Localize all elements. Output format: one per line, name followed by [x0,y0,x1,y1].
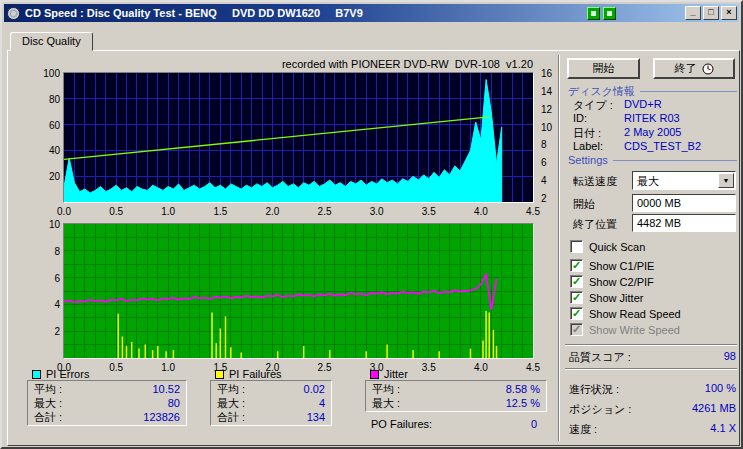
exit-button[interactable]: 終了 [653,58,735,79]
stat-label: 最大 : [34,396,62,410]
stat-label: 合計 : [34,410,62,424]
axis-tick-label: 0.5 [101,206,131,217]
axis-tick-label: 4.0 [466,206,496,217]
axis-tick-label: 1.5 [205,362,235,373]
speed-select[interactable]: 最大 ▼ [632,171,736,190]
axis-tick-label: 3.0 [362,206,392,217]
close-button[interactable]: × [721,6,737,20]
stat-label: 最大 : [372,396,400,410]
axis-tick-label: 6 [26,273,60,284]
axis-tick-label: 14 [541,86,565,97]
checkbox-show-read-speed[interactable]: ✓ Show Read Speed [570,307,681,320]
axis-tick-label: 3.0 [362,362,392,373]
stat-value: 10.52 [152,382,180,396]
po-failures-row: PO Failures: 0 [371,418,537,430]
pi-errors-chart-plot [63,72,534,203]
green-chart-icon[interactable] [603,7,616,20]
chevron-down-icon[interactable]: ▼ [718,173,734,188]
start-button[interactable]: 開始 [567,58,640,79]
pi-failures-statbox: 平均 :0.02 最大 :4 合計 :134 [210,380,332,426]
axis-tick-label: 6 [541,157,565,168]
stat-value: 134 [307,410,325,424]
axis-tick-label: 2.5 [310,206,340,217]
checkbox-box[interactable]: ✓ [570,291,583,304]
axis-tick-label: 12 [541,104,565,115]
axis-tick-label: 2 [26,326,60,337]
checkbox-show-jitter[interactable]: ✓ Show Jitter [570,291,643,304]
speed-label: 速度 : [569,422,597,437]
axis-tick-label: 0.5 [101,362,131,373]
axis-tick-label: 8 [26,246,60,257]
separator [565,344,737,346]
axis-tick-label: 16 [541,68,565,79]
minimize-button[interactable]: _ [685,6,701,20]
stat-value: 12.5 % [506,396,540,410]
stat-value: 0.02 [304,382,325,396]
axis-tick-label: 2 [541,193,565,204]
checkbox-box[interactable]: ✓ [570,275,583,288]
speed-select-label: 転送速度 [573,174,617,189]
checkbox-label: Show Read Speed [589,308,681,320]
pi-errors-statbox: 平均 :10.52 最大 :80 合計 :123826 [27,380,187,426]
checkbox-box[interactable]: ✓ [570,259,583,272]
start-position-input[interactable]: 0000 MB [632,194,736,212]
checkbox-box[interactable] [570,240,583,253]
progress-label: 進行状況 : [569,382,619,397]
axis-tick-label: 8 [541,139,565,150]
titlebar[interactable]: CD Speed : Disc Quality Test - BENQ DVD … [4,4,739,22]
axis-tick-label: 100 [26,68,60,79]
quality-score-value: 98 [724,350,736,365]
exit-button-label: 終了 [675,61,697,76]
disc-info-section-header: ディスク情報 [568,84,737,99]
axis-tick-label: 2.0 [257,362,287,373]
axis-tick-label: 4 [26,299,60,310]
axis-tick-label: 80 [26,94,60,105]
end-position-label: 終了位置 [573,217,617,232]
tab-disc-quality[interactable]: Disc Quality [10,32,93,51]
axis-tick-label: 1.0 [153,362,183,373]
checkbox-show-c1-pie[interactable]: ✓ Show C1/PIE [570,259,654,272]
maximize-button[interactable]: □ [703,6,719,20]
stat-value: 4 [319,396,325,410]
progress-row: 進行状況 : 100 % [569,382,736,397]
stat-value: 80 [168,396,180,410]
stat-label: 最大 : [217,396,245,410]
checkbox-show-c2-pif[interactable]: ✓ Show C2/PIF [570,275,654,288]
axis-tick-label: 20 [26,171,60,182]
stat-value: 8.58 % [506,382,540,396]
green-disc-icon[interactable] [587,7,600,20]
axis-tick-label: 4.5 [518,362,548,373]
checkbox-label: Show C1/PIE [589,260,654,272]
axis-tick-label: 10 [26,219,60,230]
disc-info-row-date: 日付 :2 May 2005 [573,126,736,141]
axis-tick-label: 2.5 [310,362,340,373]
checkbox-label: Show C2/PIF [589,276,654,288]
axis-tick-label: 10 [541,122,565,133]
axis-tick-label: 4.0 [466,362,496,373]
axis-tick-label: 4.5 [518,206,548,217]
speed-row: 速度 : 4.1 X [569,422,736,437]
axis-tick-label: 3.5 [414,362,444,373]
axis-tick-label: 1.5 [205,206,235,217]
start-button-label: 開始 [593,61,615,76]
axis-tick-label: 0.0 [49,362,79,373]
separator [565,368,737,370]
quality-score-label: 品質スコア : [569,350,631,365]
stat-label: 合計 : [217,410,245,424]
jitter-and-pi-failures-svg [64,224,533,358]
axis-tick-label: 3.5 [414,206,444,217]
progress-value: 100 % [705,382,736,397]
speed-value: 4.1 X [710,422,736,437]
app-window: CD Speed : Disc Quality Test - BENQ DVD … [0,0,743,449]
clock-icon [702,63,714,75]
disc-info-row-type: タイプ :DVD+R [573,98,736,113]
pi-errors-swatch [32,370,41,379]
po-failures-value: 0 [531,418,537,430]
end-position-input[interactable]: 4482 MB [632,214,736,232]
checkbox-label: Quick Scan [589,241,645,253]
jitter-chart-plot [63,223,534,359]
disc-info-row-id: ID:RITEK R03 [573,112,736,124]
disc-info-row-label: Label:CDS_TEST_B2 [573,140,736,152]
checkbox-quick-scan[interactable]: Quick Scan [570,240,645,253]
checkbox-box[interactable]: ✓ [570,307,583,320]
